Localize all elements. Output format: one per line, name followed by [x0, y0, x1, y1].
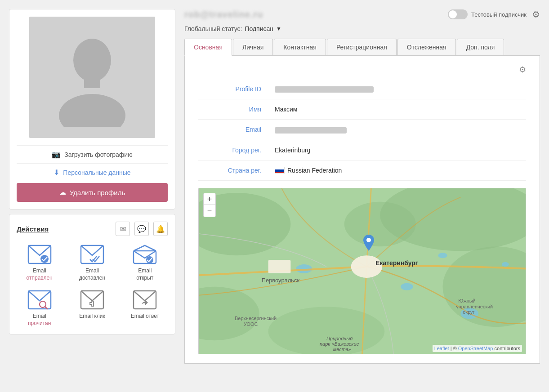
email-sent-item[interactable]: Emailотправлен: [17, 243, 62, 281]
map-container[interactable]: Первоуральск Екатеринбург Южный управлен…: [198, 188, 526, 354]
svg-text:Природный: Природный: [326, 336, 353, 341]
zoom-in-button[interactable]: +: [204, 193, 215, 205]
detail-settings-button[interactable]: ⚙: [519, 65, 526, 75]
email-sent-icon: [26, 243, 53, 266]
email-reply-item[interactable]: Email ответ: [122, 289, 168, 327]
svg-point-22: [268, 307, 385, 353]
email-reply-icon: [131, 289, 158, 311]
attribution-contributors: contributors: [495, 346, 520, 351]
svg-point-28: [502, 262, 509, 267]
email-delivered-item[interactable]: Emailдоставлен: [69, 243, 115, 281]
russia-flag-icon: [275, 167, 285, 174]
profile-fields-table: Profile ID Имя Максим Email Город ре: [198, 79, 526, 181]
email-read-label: Emailпрочитан: [28, 313, 51, 327]
sidebar: 📷 Загрузить фотографию ⬇ Персональные да…: [9, 9, 175, 364]
email-value: [270, 120, 526, 140]
tab-registration[interactable]: Регистрационная: [327, 39, 397, 55]
svg-text:округ: округ: [463, 309, 474, 315]
attribution-separator: | ©: [451, 346, 458, 351]
map-marker: [363, 235, 374, 251]
main-content: rob@traveline.ru Тестовый подписчик ⚙ Гл…: [184, 9, 540, 364]
email-delivered-label: Emailдоставлен: [79, 267, 105, 281]
svg-text:Первоуральск: Первоуральск: [262, 276, 300, 283]
delete-profile-button[interactable]: ☁ Удалить профиль: [17, 183, 168, 202]
map-zoom-controls: + −: [203, 193, 216, 217]
email-delivered-icon: [79, 243, 106, 266]
global-status-bar: Глобальный статус: Подписан ▼: [184, 25, 540, 32]
svg-point-4: [40, 255, 49, 263]
svg-text:Верхнесергинский: Верхнесергинский: [235, 316, 277, 321]
delete-icon: ☁: [59, 188, 66, 196]
tabs-bar: Основная Личная Контактная Регистрационн…: [184, 39, 540, 56]
email-opened-label: Emailоткрыт: [136, 267, 153, 281]
svg-point-41: [366, 238, 371, 242]
city-row: Город рег. Ekaterinburg: [198, 140, 526, 160]
status-dropdown-icon[interactable]: ▼: [276, 26, 281, 32]
country-row: Страна рег. Russian Federa: [198, 160, 526, 180]
map-background: Первоуральск Екатеринбург Южный управлен…: [199, 188, 526, 354]
osm-link[interactable]: OpenStreetMap: [458, 346, 493, 351]
svg-text:управленческий: управленческий: [456, 303, 493, 309]
svg-point-0: [73, 39, 111, 82]
tab-extra-fields[interactable]: Доп. поля: [457, 39, 504, 55]
svg-rect-15: [275, 169, 285, 172]
actions-card: Действия ✉ 💬 🔔: [9, 214, 175, 334]
personal-data-button[interactable]: ⬇ Персональные данные: [17, 163, 168, 181]
country-label: Страна рег.: [198, 160, 270, 180]
chat-action-icon[interactable]: 💬: [134, 222, 149, 236]
avatar: [29, 17, 155, 138]
tab-contact[interactable]: Контактная: [274, 39, 326, 55]
upload-photo-label: Загрузить фотографию: [64, 151, 132, 158]
bell-action-icon[interactable]: 🔔: [153, 222, 168, 236]
tab-personal[interactable]: Личная: [233, 39, 273, 55]
leaflet-link[interactable]: Leaflet: [434, 346, 449, 351]
camera-icon: 📷: [52, 150, 61, 159]
profile-card: 📷 Загрузить фотографию ⬇ Персональные да…: [9, 9, 175, 209]
name-row: Имя Максим: [198, 99, 526, 120]
svg-point-23: [344, 201, 416, 246]
svg-point-25: [401, 283, 413, 290]
email-reply-label: Email ответ: [131, 313, 159, 320]
svg-rect-16: [275, 172, 285, 174]
city-value: Ekaterinburg: [270, 140, 526, 160]
email-opened-item[interactable]: Emailоткрыт: [122, 243, 168, 281]
upload-photo-button[interactable]: 📷 Загрузить фотографию: [17, 145, 168, 163]
tab-tracked[interactable]: Отслеженная: [397, 39, 456, 55]
email-row: Email: [198, 120, 526, 140]
svg-rect-14: [275, 167, 285, 169]
download-icon: ⬇: [54, 168, 59, 177]
global-status-label: Глобальный статус:: [184, 25, 242, 32]
test-subscriber-label: Тестовый подписчик: [471, 11, 527, 18]
top-bar: rob@traveline.ru Тестовый подписчик ⚙: [184, 9, 540, 20]
svg-point-26: [438, 253, 447, 258]
actions-header: Действия ✉ 💬 🔔: [17, 222, 168, 236]
profile-id-blurred: [275, 86, 374, 93]
email-action-icon[interactable]: ✉: [116, 222, 130, 236]
global-status-value[interactable]: Подписан: [245, 25, 273, 32]
user-email: rob@traveline.ru: [184, 9, 263, 20]
city-label: Город рег.: [198, 140, 270, 160]
email-opened-icon: [131, 243, 158, 266]
actions-title: Действия: [17, 225, 49, 233]
email-blurred: [275, 127, 347, 134]
email-read-item[interactable]: Emailпрочитан: [17, 289, 62, 327]
email-actions-grid: Emailотправлен: [17, 243, 168, 327]
email-click-item[interactable]: Email клик: [69, 289, 115, 327]
profile-detail-panel: ⚙ Profile ID Имя Максим Email: [184, 56, 540, 364]
map-attribution: Leaflet | © OpenStreetMap contributors: [433, 345, 522, 352]
name-value: Максим: [270, 99, 526, 120]
email-click-icon: [79, 289, 106, 311]
settings-gear-button[interactable]: ⚙: [532, 9, 540, 20]
profile-id-value: [270, 79, 526, 99]
svg-text:Екатеринбург: Екатеринбург: [375, 259, 418, 267]
top-right-controls: Тестовый подписчик ⚙: [448, 9, 540, 20]
test-subscriber-toggle[interactable]: [448, 9, 468, 19]
personal-data-label[interactable]: Персональные данные: [63, 169, 130, 176]
zoom-out-button[interactable]: −: [204, 205, 215, 217]
toggle-wrap: Тестовый подписчик: [448, 9, 527, 19]
svg-text:места»: места»: [333, 347, 351, 352]
tab-basic[interactable]: Основная: [184, 39, 232, 56]
svg-text:Южный: Южный: [458, 298, 475, 303]
svg-text:УООС: УООС: [244, 321, 258, 327]
email-label: Email: [198, 120, 270, 140]
